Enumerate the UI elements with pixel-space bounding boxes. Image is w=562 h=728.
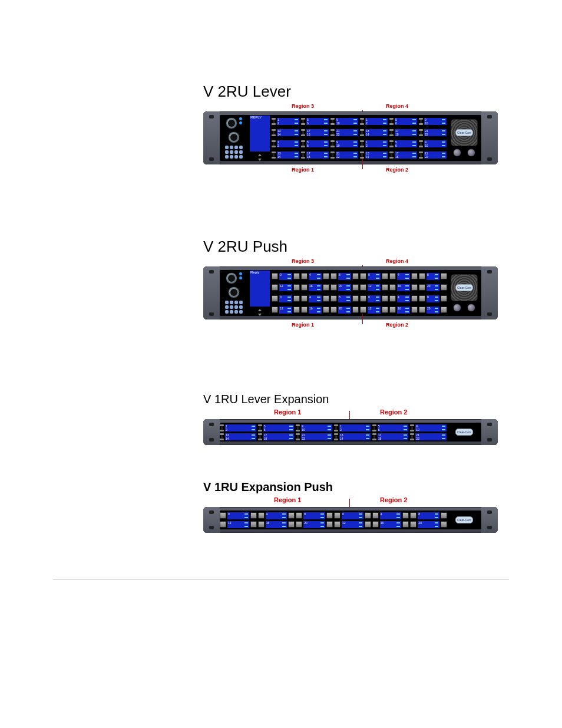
push-button[interactable] [382,273,388,279]
lever-key[interactable] [389,140,394,147]
lever-key[interactable] [360,151,364,159]
push-button[interactable] [326,512,333,519]
lever-key[interactable] [419,129,423,136]
push-button[interactable] [419,273,425,279]
push-button[interactable] [288,512,295,519]
lever-key[interactable] [330,118,335,125]
lever-key[interactable] [258,433,262,440]
volume-knob[interactable] [453,304,461,312]
push-button[interactable] [365,512,371,519]
push-button[interactable] [411,295,418,302]
push-button[interactable] [352,284,359,291]
push-button[interactable] [411,284,418,291]
push-button[interactable] [323,295,329,302]
push-button[interactable] [411,307,418,313]
push-button[interactable] [330,273,337,279]
lever-key[interactable] [272,140,276,147]
lever-key[interactable] [372,433,376,440]
push-button[interactable] [389,307,396,313]
push-button[interactable] [389,284,396,291]
lever-key[interactable] [272,151,276,159]
push-button[interactable] [296,512,302,519]
lever-key[interactable] [258,424,262,431]
lever-key[interactable] [220,424,224,431]
push-button[interactable] [330,295,337,302]
lever-key[interactable] [301,151,305,159]
push-button[interactable] [293,284,300,291]
lever-key[interactable] [360,118,364,125]
push-button[interactable] [365,521,371,528]
push-button[interactable] [293,273,300,279]
volume-knob[interactable] [467,304,475,312]
lever-key[interactable] [301,118,305,125]
lever-key[interactable] [330,129,335,136]
xlr-connector[interactable] [226,272,237,284]
lever-key[interactable] [330,140,335,147]
push-button[interactable] [330,284,337,291]
lever-key[interactable] [389,129,394,136]
lever-key[interactable] [296,424,300,431]
push-button[interactable] [258,512,265,519]
push-button[interactable] [441,284,447,291]
push-button[interactable] [323,284,329,291]
push-button[interactable] [360,284,366,291]
push-button[interactable] [334,521,340,528]
push-button[interactable] [323,273,329,279]
push-button[interactable] [293,307,300,313]
lever-key[interactable] [220,433,224,440]
push-button[interactable] [301,284,308,291]
push-button[interactable] [250,521,257,528]
lever-key[interactable] [272,129,276,136]
push-button[interactable] [272,284,278,291]
lever-key[interactable] [360,140,364,147]
push-button[interactable] [382,284,388,291]
push-button[interactable] [301,295,308,302]
push-button[interactable] [301,307,308,313]
lever-key[interactable] [301,129,305,136]
lever-key[interactable] [330,151,335,159]
push-button[interactable] [272,295,278,302]
push-button[interactable] [360,295,366,302]
push-button[interactable] [296,521,302,528]
lever-key[interactable] [334,433,338,440]
push-button[interactable] [272,307,278,313]
xlr-connector[interactable] [228,131,240,143]
push-button[interactable] [441,521,447,528]
push-button[interactable] [402,521,409,528]
lever-key[interactable] [360,129,364,136]
push-button[interactable] [330,307,337,313]
push-button[interactable] [301,273,308,279]
push-button[interactable] [419,284,425,291]
push-button[interactable] [258,521,265,528]
push-button[interactable] [372,512,379,519]
push-button[interactable] [382,307,388,313]
push-button[interactable] [382,295,388,302]
push-button[interactable] [410,521,416,528]
push-button[interactable] [250,512,257,519]
keypad[interactable] [225,301,243,314]
lever-key[interactable] [410,433,414,440]
push-button[interactable] [441,295,447,302]
push-button[interactable] [419,307,425,313]
reply-arrows[interactable] [258,154,262,161]
push-button[interactable] [220,512,226,519]
push-button[interactable] [402,512,409,519]
lever-key[interactable] [296,433,300,440]
push-button[interactable] [441,307,447,313]
push-button[interactable] [293,295,300,302]
push-button[interactable] [411,273,418,279]
keypad[interactable] [225,146,243,159]
volume-knob[interactable] [453,149,461,157]
push-button[interactable] [334,512,340,519]
xlr-connector[interactable] [226,117,237,129]
push-button[interactable] [272,273,278,279]
push-button[interactable] [220,521,226,528]
lever-key[interactable] [419,140,423,147]
push-button[interactable] [360,307,366,313]
push-button[interactable] [360,273,366,279]
lever-key[interactable] [419,151,423,159]
lever-key[interactable] [389,118,394,125]
lever-key[interactable] [301,140,305,147]
push-button[interactable] [352,307,359,313]
push-button[interactable] [419,295,425,302]
